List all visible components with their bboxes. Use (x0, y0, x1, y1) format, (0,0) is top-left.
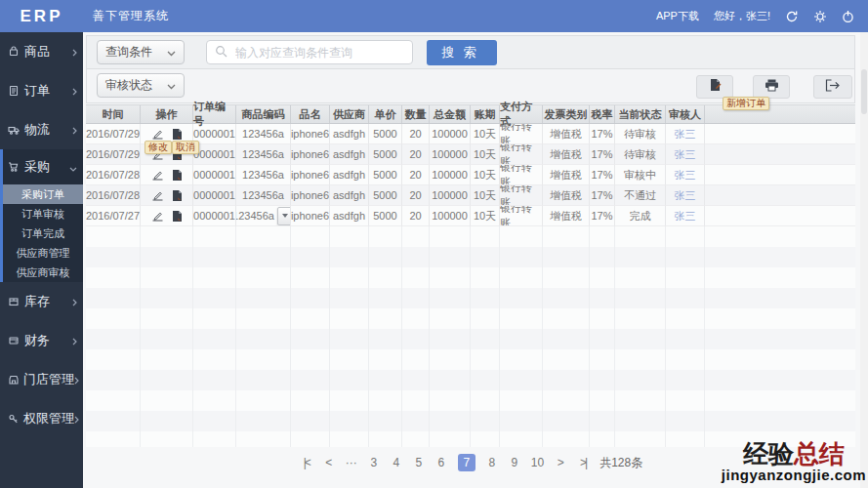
column-header-supplier: 供应商 (330, 105, 369, 123)
cell-tax: 17% (590, 165, 615, 185)
edit-icon[interactable] (151, 189, 164, 201)
cell-spacer (705, 165, 855, 185)
edit-icon[interactable] (151, 169, 164, 181)
chevron-down-icon (282, 214, 288, 218)
briefcase-icon (8, 46, 21, 58)
vertical-scrollbar[interactable] (860, 32, 868, 488)
search-button[interactable]: 搜索 (427, 40, 497, 65)
page-button-3[interactable]: 3 (368, 456, 380, 469)
auditor-link[interactable]: 张三 (675, 188, 696, 203)
search-input[interactable] (233, 45, 404, 61)
cell-product-name: iphone6 (291, 165, 330, 185)
page-button-6[interactable]: 6 (435, 456, 447, 469)
last-page-button[interactable]: >| (577, 456, 589, 469)
first-page-button[interactable]: |< (301, 456, 312, 469)
page-button-9[interactable]: 9 (509, 456, 520, 469)
page-button-5[interactable]: 5 (413, 456, 425, 469)
cell-term: 10天 (471, 144, 500, 165)
cell-order-no: 0000001 (193, 206, 236, 226)
cell-price: 5000 (369, 124, 402, 144)
document-icon[interactable] (172, 128, 183, 141)
document-icon[interactable] (172, 169, 183, 182)
sidebar-item-purchase[interactable]: 采购 (3, 149, 83, 184)
sidebar-subitem-purchase-orders[interactable]: 采购订单 (3, 184, 83, 204)
sidebar-item-label: 财务 (24, 332, 72, 349)
column-header-status: 当前状态 (615, 105, 666, 123)
cell-spacer (705, 206, 855, 226)
page-button-10[interactable]: 10 (531, 456, 544, 469)
column-header-order-no: 订单编号 (193, 105, 236, 123)
export-button[interactable] (813, 75, 852, 99)
auditor-link[interactable]: 张三 (675, 127, 696, 142)
cell-product-code: 123456a (236, 144, 291, 165)
column-header-product-code: 商品编码 (236, 105, 291, 123)
cell-spacer (705, 124, 855, 144)
next-page-button[interactable]: > (555, 456, 566, 469)
cell-amount: 100000 (430, 124, 471, 144)
sidebar-item-label: 门店管理 (23, 371, 74, 388)
chevron-right-icon (72, 123, 77, 138)
sidebar-item-logistics[interactable]: 物流 (0, 110, 83, 149)
cell-qty: 20 (402, 124, 430, 144)
search-icon (215, 44, 227, 61)
cell-auditor: 张三 (666, 144, 705, 165)
cell-order-no: 0000001 (193, 124, 236, 144)
app-logo: ERP (0, 7, 83, 26)
sidebar-item-inventory[interactable]: 库存 (0, 282, 83, 321)
cell-status: 审核中 (615, 165, 666, 185)
pagination-ellipsis: ··· (346, 456, 357, 469)
table-row: 2016/07/28 0000001 123456a iphone6 asdfg… (86, 185, 855, 206)
cell-payment: 银行转账 (500, 185, 543, 206)
auditor-link[interactable]: 张三 (675, 209, 696, 224)
sidebar-item-finance[interactable]: 财务 (0, 321, 83, 360)
table-row: 2016/07/27 0000001 123456a iphone6 asdfg… (86, 206, 855, 226)
new-order-button[interactable] (696, 75, 733, 99)
cell-status: 待审核 (615, 144, 666, 165)
audit-status-dropdown[interactable]: 审核状态 (97, 73, 185, 98)
refresh-icon[interactable] (785, 10, 799, 23)
cell-invoice: 增值税 (543, 206, 590, 226)
document-icon[interactable] (172, 189, 183, 202)
scrollbar-thumb[interactable] (861, 69, 867, 114)
cell-invoice: 增值税 (543, 144, 590, 165)
audit-status-label: 审核状态 (105, 77, 152, 94)
cell-actions (141, 165, 193, 185)
sidebar-subitem-supplier-audit[interactable]: 供应商审核 (3, 263, 83, 282)
sidebar-subitem-order-audit[interactable]: 订单审核 (3, 204, 83, 224)
sidebar-item-orders[interactable]: 订单 (0, 71, 83, 110)
code-dropdown-button[interactable] (277, 207, 291, 225)
cell-tax: 17% (590, 206, 615, 226)
sidebar-subitem-order-complete[interactable]: 订单完成 (3, 224, 83, 243)
auditor-link[interactable]: 张三 (675, 168, 696, 183)
chevron-right-icon (74, 412, 79, 427)
page-button-4[interactable]: 4 (391, 456, 402, 469)
sidebar-subitem-supplier-management[interactable]: 供应商管理 (3, 243, 83, 263)
column-header-price: 单价 (369, 105, 402, 123)
query-condition-dropdown[interactable]: 查询条件 (97, 40, 185, 64)
cell-actions (141, 206, 193, 226)
sidebar-item-store-management[interactable]: 门店管理 (0, 360, 83, 399)
search-box (206, 40, 413, 64)
cell-actions (141, 185, 193, 206)
edit-icon[interactable] (151, 210, 164, 222)
document-icon[interactable] (172, 210, 183, 223)
edit-icon[interactable] (151, 128, 164, 140)
watermark-domain: jingyanzongjie.com (722, 468, 866, 482)
user-greeting[interactable]: 您好，张三! (714, 9, 770, 23)
prev-page-button[interactable]: < (323, 456, 335, 469)
orders-table: 时间 操作 订单编号 商品编码 品名 供应商 单价 数量 总金额 账期 支付方式… (86, 104, 855, 226)
gear-icon[interactable] (813, 10, 827, 23)
sidebar-item-permission-management[interactable]: 权限管理 (0, 399, 83, 438)
print-button[interactable] (753, 75, 790, 99)
new-order-tooltip: 新增订单 (723, 97, 769, 110)
page-button-7-active[interactable]: 7 (458, 454, 475, 471)
chevron-right-icon (72, 334, 77, 348)
app-download-link[interactable]: APP下载 (656, 9, 699, 23)
power-icon[interactable] (842, 10, 854, 23)
chevron-down-icon (167, 79, 176, 93)
auditor-link[interactable]: 张三 (675, 147, 696, 162)
cell-status: 完成 (615, 206, 666, 226)
sidebar-item-goods[interactable]: 商品 (0, 32, 83, 71)
document-icon (8, 85, 21, 97)
page-button-8[interactable]: 8 (486, 456, 498, 469)
